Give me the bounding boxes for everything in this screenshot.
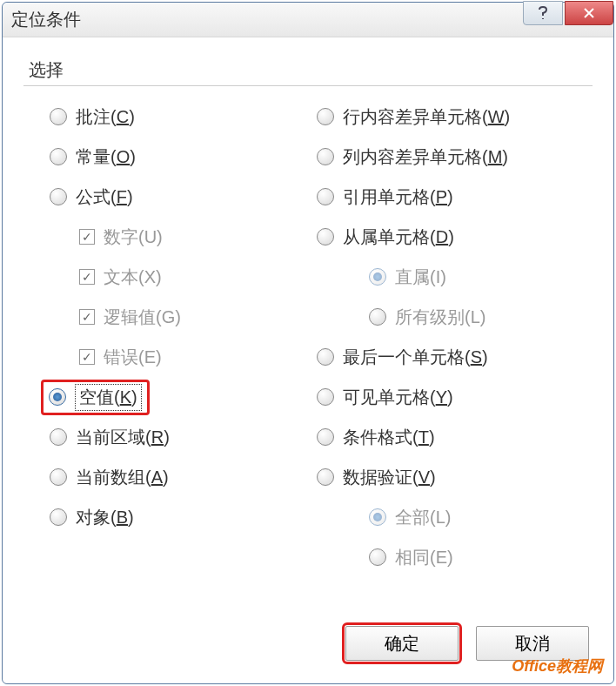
radio-visible[interactable]: 可见单元格(Y) (317, 377, 593, 417)
radio-label: 公式(F) (76, 185, 133, 209)
checkbox-label: 错误(E) (104, 346, 162, 369)
dialog-title: 定位条件 (11, 8, 81, 31)
radio-comments[interactable]: 批注(C) (50, 97, 308, 137)
watermark-text: Office教程网 (512, 656, 603, 676)
titlebar-buttons (523, 1, 613, 25)
radio-label: 从属单元格(D) (343, 225, 454, 249)
checkbox-label: 文本(X) (104, 266, 162, 289)
radio-label: 空值(K) (75, 384, 142, 411)
radio-row-diff[interactable]: 行内容差异单元格(W) (317, 97, 593, 137)
right-column: 行内容差异单元格(W) 列内容差异单元格(M) 引用单元格(P) 从属单元格(D… (308, 97, 593, 577)
radio-icon (317, 348, 334, 366)
radio-blanks[interactable]: 空值(K) (50, 377, 308, 417)
titlebar: 定位条件 (3, 3, 613, 37)
radio-label: 常量(O) (76, 145, 136, 169)
checkbox-icon: ✓ (79, 309, 95, 325)
radio-icon (317, 148, 334, 165)
radio-icon (50, 468, 67, 486)
dialog-content: 选择 批注(C) 常量(O) 公式(F) ✓数字(U) ✓文本(X) ✓逻辑值(… (3, 37, 613, 595)
options-columns: 批注(C) 常量(O) 公式(F) ✓数字(U) ✓文本(X) ✓逻辑值(G) … (23, 97, 593, 577)
checkbox-numbers: ✓数字(U) (50, 217, 308, 257)
radio-icon-selected (369, 508, 386, 526)
radio-icon (317, 228, 334, 245)
checkbox-text: ✓文本(X) (50, 257, 308, 297)
radio-current-region[interactable]: 当前区域(R) (50, 417, 308, 457)
radio-icon-selected (369, 268, 386, 286)
radio-label: 数据验证(V) (343, 466, 436, 489)
radio-col-diff[interactable]: 列内容差异单元格(M) (317, 137, 593, 177)
radio-cond-format[interactable]: 条件格式(T) (317, 417, 593, 457)
checkbox-icon: ✓ (79, 269, 95, 285)
checkbox-errors: ✓错误(E) (50, 337, 308, 377)
radio-icon (50, 428, 67, 446)
radio-icon (50, 108, 67, 125)
ok-button[interactable]: 确定 (345, 626, 459, 661)
checkbox-label: 数字(U) (104, 225, 163, 249)
help-icon (537, 5, 549, 21)
radio-all-levels: 所有级别(L) (317, 297, 593, 337)
radio-all: 全部(L) (317, 497, 593, 537)
radio-label: 条件格式(T) (343, 426, 435, 449)
radio-label: 当前数组(A) (76, 466, 169, 489)
radio-precedents[interactable]: 引用单元格(P) (317, 177, 593, 217)
radio-icon-selected (49, 388, 66, 406)
close-button[interactable] (565, 1, 613, 25)
radio-label: 批注(C) (76, 105, 135, 129)
radio-label: 最后一个单元格(S) (343, 346, 488, 369)
radio-icon (50, 148, 67, 165)
radio-icon (50, 508, 67, 526)
radio-dependents[interactable]: 从属单元格(D) (317, 217, 593, 257)
radio-icon (317, 468, 334, 486)
fieldset-divider (23, 85, 593, 86)
radio-label: 直属(I) (395, 266, 446, 289)
radio-icon (317, 108, 334, 125)
radio-label: 全部(L) (395, 506, 451, 529)
radio-icon (317, 188, 334, 205)
radio-same: 相同(E) (317, 537, 593, 577)
radio-objects[interactable]: 对象(B) (50, 497, 308, 537)
checkbox-icon: ✓ (79, 229, 95, 245)
highlight-box: 空值(K) (41, 380, 150, 415)
left-column: 批注(C) 常量(O) 公式(F) ✓数字(U) ✓文本(X) ✓逻辑值(G) … (23, 97, 308, 577)
radio-current-array[interactable]: 当前数组(A) (50, 457, 308, 497)
radio-icon (369, 548, 386, 566)
radio-icon (317, 388, 334, 406)
fieldset-label: 选择 (29, 58, 593, 82)
radio-last-cell[interactable]: 最后一个单元格(S) (317, 337, 593, 377)
radio-label: 对象(B) (76, 506, 134, 529)
checkbox-logicals: ✓逻辑值(G) (50, 297, 308, 337)
radio-icon (317, 428, 334, 446)
help-button[interactable] (523, 1, 563, 25)
radio-direct: 直属(I) (317, 257, 593, 297)
radio-label: 相同(E) (395, 546, 453, 569)
radio-icon (369, 308, 386, 326)
radio-label: 可见单元格(Y) (343, 386, 453, 409)
radio-label: 引用单元格(P) (343, 185, 453, 209)
radio-constants[interactable]: 常量(O) (50, 137, 308, 177)
checkbox-label: 逻辑值(G) (104, 306, 181, 329)
close-icon (582, 6, 596, 20)
radio-label: 所有级别(L) (395, 306, 485, 329)
radio-label: 列内容差异单元格(M) (343, 145, 508, 169)
radio-label: 当前区域(R) (76, 426, 170, 449)
checkbox-icon: ✓ (79, 349, 95, 365)
radio-data-valid[interactable]: 数据验证(V) (317, 457, 593, 497)
radio-icon (50, 188, 67, 205)
dialog-window: 定位条件 选择 批注(C) 常量(O) 公式(F) ✓数字(U) ✓文本(X) … (2, 2, 614, 684)
radio-label: 行内容差异单元格(W) (343, 105, 510, 129)
radio-formulas[interactable]: 公式(F) (50, 177, 308, 217)
